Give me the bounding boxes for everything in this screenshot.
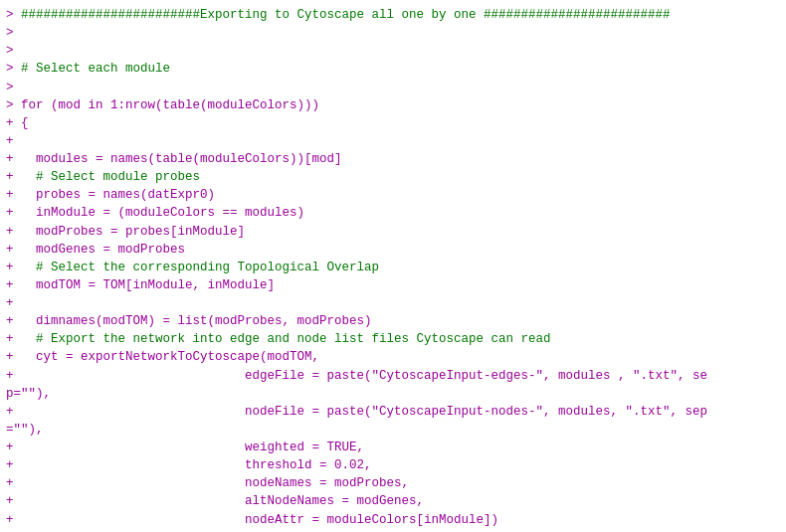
terminal-line: =""), <box>6 421 780 439</box>
terminal-line: + edgeFile = paste("CytoscapeInput-edges… <box>6 367 780 385</box>
terminal-line: + altNodeNames = modGenes, <box>6 492 780 510</box>
terminal-line: + probes = names(datExpr0) <box>6 186 780 204</box>
terminal-line: + <box>6 294 780 312</box>
code-output: > ########################Exporting to C… <box>0 4 786 532</box>
terminal-line: + } <box>6 529 780 532</box>
terminal-line: + cyt = exportNetworkToCytoscape(modTOM, <box>6 348 780 366</box>
terminal-line: + modGenes = modProbes <box>6 241 780 259</box>
terminal-line: p=""), <box>6 385 780 403</box>
terminal-line: > <box>6 24 780 42</box>
terminal-line: + dimnames(modTOM) = list(modProbes, mod… <box>6 312 780 330</box>
terminal-window: > ########################Exporting to C… <box>0 0 786 532</box>
terminal-line: + weighted = TRUE, <box>6 439 780 456</box>
terminal-line: + # Export the network into edge and nod… <box>6 330 780 348</box>
terminal-line: + modules = names(table(moduleColors))[m… <box>6 150 780 168</box>
terminal-line: + nodeFile = paste("CytoscapeInput-nodes… <box>6 403 780 421</box>
terminal-line: + # Select the corresponding Topological… <box>6 259 780 276</box>
terminal-line: > for (mod in 1:nrow(table(moduleColors)… <box>6 96 780 114</box>
terminal-line: + modProbes = probes[inModule] <box>6 223 780 241</box>
terminal-line: + # Select module probes <box>6 168 780 186</box>
terminal-line: + <box>6 132 780 150</box>
terminal-line: > <box>6 79 780 96</box>
terminal-line: > <box>6 42 780 60</box>
terminal-line: > ########################Exporting to C… <box>6 6 780 24</box>
terminal-line: + modTOM = TOM[inModule, inModule] <box>6 276 780 294</box>
terminal-line: > # Select each module <box>6 60 780 78</box>
terminal-line: + nodeAttr = moduleColors[inModule]) <box>6 511 780 529</box>
terminal-line: + inModule = (moduleColors == modules) <box>6 204 780 222</box>
terminal-line: + { <box>6 114 780 132</box>
terminal-line: + nodeNames = modProbes, <box>6 474 780 492</box>
terminal-line: + threshold = 0.02, <box>6 456 780 474</box>
